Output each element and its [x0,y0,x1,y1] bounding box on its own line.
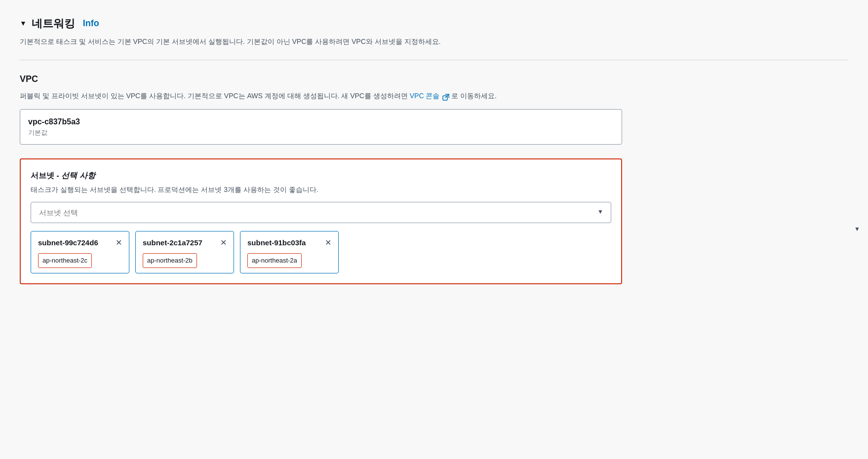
subnet-tag-3: subnet-91bc03fa ✕ ap-northeast-2a [240,231,339,273]
vpc-console-link-text: VPC 콘솔 [410,92,440,100]
subnet-tag-3-close[interactable]: ✕ [325,236,331,249]
collapse-icon: ▼ [20,18,27,29]
vpc-console-link[interactable]: VPC 콘솔 [410,92,451,100]
vpc-description-text1: 퍼블릭 및 프라이빗 서브넷이 있는 VPC를 사용합니다. 기본적으로 VPC… [20,92,408,100]
networking-section-header: ▼ 네트워킹 Info [20,15,848,32]
vpc-dropdown[interactable]: vpc-c837b5a3 기본값 ▼ [20,109,622,145]
section-toggle[interactable]: ▼ 네트워킹 [20,15,75,32]
subnet-label-prefix: 서브넷 [31,171,54,180]
subnet-tag-1: subnet-99c724d6 ✕ ap-northeast-2c [31,231,129,273]
vpc-label: VPC [20,72,848,86]
subnet-tag-2-close[interactable]: ✕ [220,236,227,249]
subnet-tag-3-zone: ap-northeast-2a [247,253,302,268]
external-link-icon [442,93,449,100]
subnet-tag-1-name: subnet-99c724d6 [38,237,98,249]
subnet-tag-3-header: subnet-91bc03fa ✕ [247,236,331,249]
subnet-tag-2-header: subnet-2c1a7257 ✕ [143,236,227,249]
subnet-description: 태스크가 실행되는 서브넷을 선택합니다. 프로덕션에는 서브넷 3개를 사용하… [31,184,611,195]
vpc-subtext: 기본값 [28,128,80,138]
vpc-dropdown-arrow: ▼ [854,225,860,234]
vpc-value-text: vpc-c837b5a3 [28,115,80,128]
subnet-dropdown-container: ▼ [31,202,611,223]
subnet-tag-2: subnet-2c1a7257 ✕ ap-northeast-2b [135,231,234,273]
info-link[interactable]: Info [83,16,99,31]
subnet-dropdown-input[interactable] [31,202,611,223]
subnet-tag-1-close[interactable]: ✕ [116,236,122,249]
subnet-tag-2-name: subnet-2c1a7257 [143,237,202,249]
section-divider [20,60,848,60]
subnet-tag-2-zone: ap-northeast-2b [143,253,197,268]
subnet-tag-1-zone: ap-northeast-2c [38,253,92,268]
networking-description: 기본적으로 태스크 및 서비스는 기본 VPC의 기본 서브넷에서 실행됩니다.… [20,36,848,48]
subnet-label-suffix: 선택 사항 [61,171,95,180]
vpc-selected-value: vpc-c837b5a3 기본값 [28,115,80,138]
section-title: 네트워킹 [32,15,75,32]
subnet-tag-1-header: subnet-99c724d6 ✕ [38,236,122,249]
vpc-description: 퍼블릭 및 프라이빗 서브넷이 있는 VPC를 사용합니다. 기본적으로 VPC… [20,90,848,102]
vpc-description-text2: 로 이동하세요. [451,92,497,100]
vpc-section: VPC 퍼블릭 및 프라이빗 서브넷이 있는 VPC를 사용합니다. 기본적으로… [20,72,848,145]
subnet-section-title: 서브넷 - 선택 사항 [31,169,611,182]
subnet-tags: subnet-99c724d6 ✕ ap-northeast-2c subnet… [31,231,611,273]
subnet-label-dash: - [56,171,61,180]
subnet-section: 서브넷 - 선택 사항 태스크가 실행되는 서브넷을 선택합니다. 프로덕션에는… [20,158,622,284]
subnet-tag-3-name: subnet-91bc03fa [247,237,306,249]
